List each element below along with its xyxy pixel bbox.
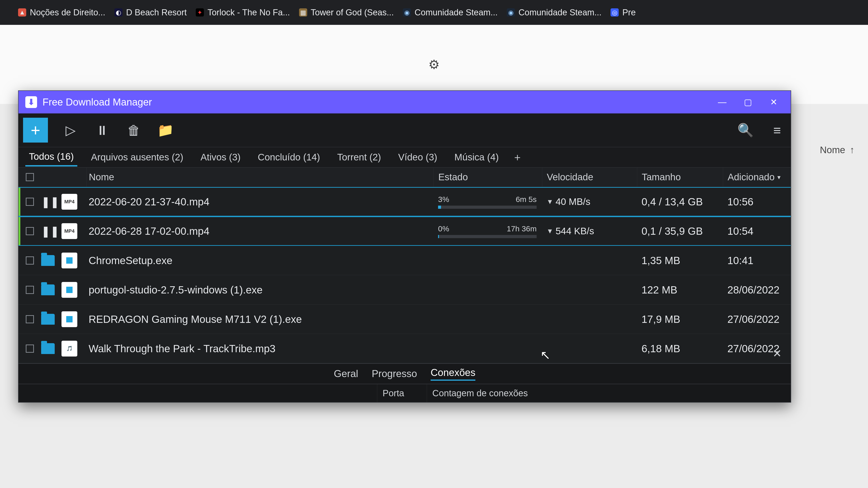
download-speed: ▼544 KB/s — [542, 226, 637, 236]
bookmark-item[interactable]: ✦ Torlock - The No Fa... — [196, 8, 290, 18]
pause-icon[interactable]: ❚❚ — [41, 225, 59, 237]
add-filter-tab-button[interactable]: ＋ — [512, 150, 523, 164]
row-checkbox[interactable] — [26, 345, 34, 353]
bookmark-icon: ◎ — [611, 8, 619, 17]
close-button[interactable]: ✕ — [764, 93, 784, 111]
minimize-button[interactable]: — — [712, 93, 733, 111]
file-explorer-column-header[interactable]: Nome ↑ — [820, 144, 855, 156]
row-checkbox[interactable] — [26, 227, 34, 235]
pause-icon[interactable]: ❚❚ — [41, 196, 59, 208]
download-added: 28/06/2022 — [723, 284, 791, 296]
download-row[interactable]: ❚❚2022-06-28 17-02-00.mp40%17h 36m▼544 K… — [19, 217, 791, 246]
download-size: 17,9 MB — [637, 313, 723, 325]
column-header-speed[interactable]: Velocidade — [542, 168, 637, 187]
download-row[interactable]: ❚❚2022-06-20 21-37-40.mp43%6m 5s▼40 MB/s… — [19, 187, 791, 217]
start-all-button[interactable]: ▷ — [61, 121, 80, 139]
download-size: 1,35 MB — [637, 254, 723, 267]
bookmark-item[interactable]: ▦ Tower of God (Seas... — [299, 8, 394, 18]
download-row[interactable]: 🎵Walk Through the Park - TrackTribe.mp36… — [19, 334, 791, 363]
download-row[interactable]: REDRAGON Gaming Mouse M711 V2 (1).exe17,… — [19, 304, 791, 334]
download-size: 6,18 MB — [637, 343, 723, 355]
download-arrow-icon: ▼ — [547, 198, 553, 205]
download-state: 3%6m 5s — [434, 195, 542, 209]
main-toolbar: + ▷ ⏸ 🗑 📁 🔍 ≡ — [19, 113, 791, 147]
file-type-icon: 🎵 — [61, 341, 77, 357]
row-checkbox[interactable] — [26, 256, 34, 265]
column-header-added[interactable]: Adicionado ▾ — [723, 168, 791, 187]
menu-button[interactable]: ≡ — [768, 121, 786, 139]
open-folder-icon[interactable] — [41, 255, 55, 266]
sort-indicator-icon: ▾ — [777, 173, 780, 181]
downloads-list: ❚❚2022-06-20 21-37-40.mp43%6m 5s▼40 MB/s… — [19, 187, 791, 363]
filter-tabs: Todos (16) Arquivos ausentes (2) Ativos … — [19, 147, 791, 168]
column-header-size[interactable]: Tamanho — [637, 168, 723, 187]
download-name: Walk Through the Park - TrackTribe.mp3 — [86, 343, 434, 355]
download-name: portugol-studio-2.7.5-windows (1).exe — [86, 284, 434, 296]
add-download-button[interactable]: + — [23, 118, 48, 142]
bookmark-label: Comunidade Steam... — [414, 8, 498, 18]
bookmark-item[interactable]: ◉ Comunidade Steam... — [403, 8, 498, 18]
file-type-icon — [61, 253, 77, 268]
tab-missing-files[interactable]: Arquivos ausentes (2) — [87, 149, 187, 166]
open-folder-icon[interactable] — [41, 285, 55, 295]
row-checkbox[interactable] — [26, 198, 34, 206]
row-checkbox[interactable] — [26, 315, 34, 323]
bookmark-label: Noções de Direito... — [30, 8, 105, 18]
download-size: 0,4 / 13,4 GB — [637, 196, 723, 208]
tab-video[interactable]: Vídeo (3) — [395, 149, 441, 166]
bookmark-item[interactable]: ◐ D Beach Resort — [114, 8, 187, 18]
download-name: 2022-06-20 21-37-40.mp4 — [86, 196, 434, 208]
progress-bar — [438, 205, 537, 209]
open-folder-icon[interactable] — [41, 314, 55, 325]
plus-icon: + — [31, 121, 40, 139]
titlebar[interactable]: ⬇ Free Download Manager — ▢ ✕ — [19, 91, 791, 113]
download-arrow-icon: ▼ — [547, 227, 553, 235]
maximize-button[interactable]: ▢ — [738, 93, 758, 111]
bookmark-item[interactable]: ◎ Pre — [611, 8, 636, 18]
bookmark-icon: ✦ — [196, 8, 204, 17]
tab-completed[interactable]: Concluído (14) — [254, 149, 323, 166]
tab-torrent[interactable]: Torrent (2) — [334, 149, 385, 166]
tab-music[interactable]: Música (4) — [451, 149, 502, 166]
download-row[interactable]: portugol-studio-2.7.5-windows (1).exe122… — [19, 275, 791, 304]
bookmark-icon: ◐ — [114, 8, 123, 17]
row-checkbox[interactable] — [26, 286, 34, 294]
detail-close-button[interactable]: ✕ — [773, 347, 782, 360]
column-header-state[interactable]: Estado — [434, 168, 542, 187]
download-added: 10:54 — [723, 225, 791, 237]
move-to-folder-button[interactable]: 📁 — [156, 121, 175, 139]
select-all-checkbox[interactable] — [26, 173, 34, 181]
download-size: 122 MB — [637, 284, 723, 296]
tab-active[interactable]: Ativos (3) — [197, 149, 244, 166]
open-folder-icon[interactable] — [41, 343, 55, 354]
bookmark-icon: ▲ — [18, 8, 26, 17]
bookmark-label: Torlock - The No Fa... — [208, 8, 290, 18]
pause-all-button[interactable]: ⏸ — [93, 121, 111, 139]
detail-tab-general[interactable]: Geral — [334, 368, 358, 379]
app-logo-icon: ⬇ — [25, 96, 37, 108]
download-row[interactable]: ChromeSetup.exe1,35 MB10:41 — [19, 246, 791, 275]
detail-tab-connections[interactable]: Conexões — [431, 367, 475, 381]
detail-column-port[interactable]: Porta — [377, 384, 427, 402]
download-percent: 0% — [438, 224, 449, 233]
delete-button[interactable]: 🗑 — [125, 121, 143, 139]
download-name: REDRAGON Gaming Mouse M711 V2 (1).exe — [86, 313, 434, 325]
download-state: 0%17h 36m — [434, 224, 542, 238]
bookmark-item[interactable]: ◉ Comunidade Steam... — [507, 8, 602, 18]
browser-bookmarks-bar: ▲ Noções de Direito... ◐ D Beach Resort … — [0, 0, 868, 25]
download-speed: ▼40 MB/s — [542, 196, 637, 207]
file-type-icon — [61, 282, 77, 298]
tab-all[interactable]: Todos (16) — [25, 148, 77, 166]
download-added: 10:56 — [723, 196, 791, 208]
detail-column-connection-count[interactable]: Contagem de conexões — [427, 388, 791, 398]
detail-tab-progress[interactable]: Progresso — [372, 368, 417, 379]
detail-pane: ✕ Geral Progresso Conexões Porta Contage… — [19, 363, 791, 402]
bookmark-label: Comunidade Steam... — [519, 8, 602, 18]
bookmark-label: Tower of God (Seas... — [311, 8, 394, 18]
search-button[interactable]: 🔍 — [737, 121, 754, 139]
column-header-name[interactable]: Nome — [86, 168, 434, 187]
sliders-icon[interactable]: ⚙ — [428, 57, 440, 72]
app-title: Free Download Manager — [42, 96, 152, 108]
bookmark-item[interactable]: ▲ Noções de Direito... — [18, 8, 105, 18]
bookmark-icon: ▦ — [299, 8, 307, 17]
